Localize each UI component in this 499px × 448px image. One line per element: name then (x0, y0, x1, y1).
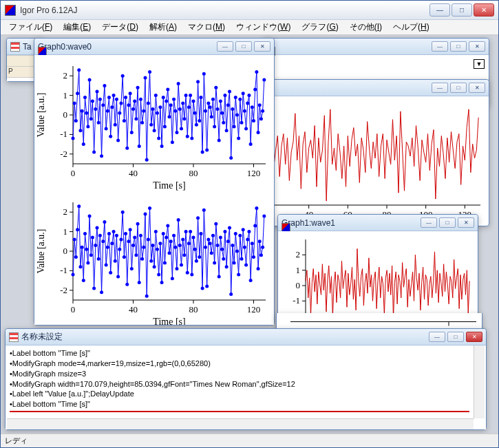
main-maximize-button[interactable]: □ (452, 3, 472, 17)
close-button-redtop[interactable]: ✕ (469, 83, 485, 93)
svg-point-307 (257, 267, 260, 270)
chart-graph0-top: 04080120-2-1012Time [s]Value [a.u.] (34, 55, 274, 191)
svg-point-257 (181, 237, 184, 241)
svg-point-73 (130, 131, 134, 134)
main-close-button[interactable]: ✕ (474, 3, 494, 17)
menu-h[interactable]: ヘルプ(H) (387, 20, 435, 34)
svg-point-127 (211, 98, 215, 101)
cmd-line: •ModifyGraph mode=4,marker=19,msize=1,rg… (10, 359, 469, 369)
svg-point-126 (210, 115, 213, 118)
svg-point-38 (77, 68, 81, 72)
titlebar-graph0[interactable]: Graph0:wave0 — □ ✕ (34, 39, 274, 55)
svg-point-258 (182, 253, 186, 257)
cmd-hscrollbar[interactable] (7, 418, 474, 429)
svg-point-137 (226, 103, 230, 107)
svg-point-34 (72, 137, 75, 140)
svg-point-110 (186, 135, 189, 138)
svg-point-286 (225, 265, 229, 268)
menu-g[interactable]: グラフ(G) (296, 20, 343, 34)
svg-point-156 (255, 70, 258, 74)
cmd-input[interactable] (10, 412, 469, 418)
svg-point-148 (243, 109, 246, 113)
close-button-back[interactable]: ✕ (469, 41, 485, 52)
svg-point-304 (252, 255, 255, 259)
graph-window-redtop[interactable]: — □ ✕ 406080100120 (262, 79, 489, 226)
svg-point-190 (81, 246, 84, 249)
svg-point-191 (82, 279, 85, 282)
menu-a[interactable]: 解析(A) (144, 20, 182, 34)
svg-point-270 (201, 286, 204, 290)
main-titlebar[interactable]: Igor Pro 6.12AJ — □ ✕ (1, 1, 498, 20)
max-button-cmd[interactable]: □ (447, 332, 464, 342)
max-button-redtop[interactable]: □ (450, 83, 467, 93)
svg-point-100 (171, 140, 174, 144)
min-button-cmd[interactable]: — (429, 332, 445, 342)
menu-m[interactable]: マクロ(M) (182, 20, 231, 34)
svg-text:Time [s]: Time [s] (153, 317, 185, 325)
menu-i[interactable]: その他(I) (344, 20, 387, 34)
cmd-vscrollbar[interactable] (474, 345, 485, 418)
svg-point-101 (172, 98, 176, 101)
max-button-graph1[interactable]: □ (439, 217, 456, 228)
app-icon (5, 5, 16, 16)
cmd-body[interactable]: •Label bottom "Time [s]"•ModifyGraph mod… (6, 345, 486, 429)
titlebar-graph1[interactable]: Graph1:wave1 — □ ✕ (278, 215, 478, 231)
svg-point-206 (105, 263, 108, 266)
svg-point-81 (142, 109, 145, 113)
svg-point-271 (202, 209, 206, 212)
title-graph1: Graph1:wave1 (282, 218, 421, 228)
min-button-graph1[interactable]: — (421, 217, 437, 228)
menu-d[interactable]: データ(D) (96, 20, 144, 34)
svg-point-299 (244, 263, 248, 266)
svg-point-227 (136, 222, 140, 226)
titlebar-cmd[interactable]: 名称未設定 — □ ✕ (6, 329, 486, 345)
close-button-graph0[interactable]: ✕ (254, 41, 270, 52)
svg-point-235 (148, 206, 151, 210)
svg-point-197 (91, 236, 94, 239)
svg-point-36 (74, 119, 78, 122)
svg-point-263 (190, 273, 193, 277)
min-button-graph0[interactable]: — (217, 41, 233, 52)
svg-point-260 (186, 271, 189, 275)
svg-point-108 (182, 117, 186, 120)
menu-f[interactable]: ファイル(F) (3, 20, 58, 34)
svg-point-234 (147, 237, 150, 241)
svg-text:-2: -2 (60, 149, 67, 159)
graph0-window[interactable]: Graph0:wave0 — □ ✕ 04080120-2-1012Time [… (34, 38, 275, 326)
svg-text:120: 120 (247, 304, 261, 314)
main-minimize-button[interactable]: — (429, 3, 450, 17)
min-button-redtop[interactable]: — (432, 83, 448, 93)
svg-point-141 (233, 125, 236, 129)
svg-point-131 (217, 138, 221, 142)
svg-text:1: 1 (63, 226, 68, 237)
svg-point-107 (181, 101, 184, 105)
svg-point-278 (213, 262, 216, 265)
svg-point-76 (134, 117, 138, 120)
dropdown-icon[interactable]: ▼ (474, 59, 485, 69)
svg-point-84 (147, 101, 150, 105)
menu-w[interactable]: ウィンドウ(W) (231, 20, 296, 34)
title-graph0: Graph0:wave0 (38, 42, 217, 52)
command-window[interactable]: 名称未設定 — □ ✕ •Label bottom "Time [s]"•Mod… (5, 328, 487, 430)
svg-point-152 (249, 142, 253, 146)
svg-point-213 (115, 234, 118, 237)
min-button-back[interactable]: — (432, 41, 448, 52)
svg-text:Value [a.u.]: Value [a.u.] (36, 229, 46, 274)
svg-point-272 (204, 246, 207, 249)
max-button-back[interactable]: □ (450, 41, 467, 52)
svg-point-275 (209, 242, 212, 245)
svg-point-120 (201, 150, 204, 153)
svg-point-99 (169, 103, 173, 107)
close-button-graph1[interactable]: ✕ (458, 217, 474, 228)
svg-point-305 (253, 224, 257, 228)
titlebar-back[interactable]: — □ ✕ (263, 39, 489, 55)
svg-point-251 (172, 234, 176, 237)
titlebar-redtop[interactable]: — □ ✕ (263, 80, 489, 96)
close-button-cmd[interactable]: ✕ (466, 332, 482, 342)
svg-point-217 (121, 211, 125, 214)
svg-point-211 (112, 230, 116, 233)
max-button-graph0[interactable]: □ (235, 41, 252, 52)
menu-e[interactable]: 編集(E) (58, 20, 96, 34)
svg-point-154 (252, 119, 255, 122)
cmd-line: •ModifyGraph msize=3 (10, 369, 469, 379)
